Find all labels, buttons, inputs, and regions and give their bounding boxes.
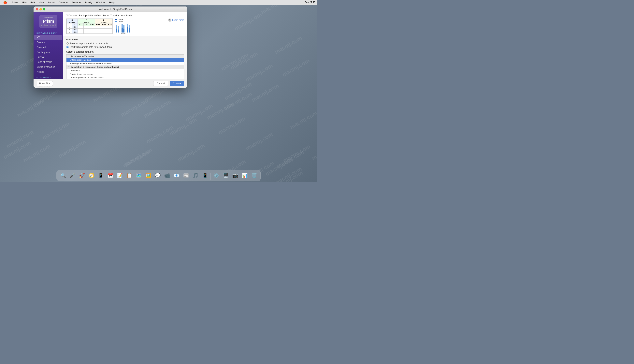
tutorial-list[interactable]: ▼ Error bars in XY tables Entering repli… [66,54,184,79]
prism-tips-button[interactable]: Prism Tips [37,81,53,86]
maximize-button[interactable] [43,8,45,10]
menu-edit[interactable]: Edit [29,0,36,4]
menu-file[interactable]: File [21,0,28,4]
dock-reminders[interactable]: 📋 [125,171,134,180]
dock-photos[interactable]: 🖼️ [144,171,152,180]
category-error-bars-label: Error bars in XY tables [71,55,94,58]
apple-menu[interactable]: 🍎 [2,0,9,5]
dock-messages[interactable]: 💬 [153,171,162,180]
dock-siri[interactable]: 🎤 [68,171,77,180]
logo-graphpad: GraphPad [41,17,56,19]
window-controls [36,8,45,10]
logo-box: GraphPad Prism Version 8.1.0 (221) [39,15,57,28]
svg-rect-5 [118,26,119,32]
close-button[interactable] [36,8,38,10]
cancel-button[interactable]: Cancel [153,81,168,86]
menu-window[interactable]: Window [95,0,107,4]
content-title: XY tables: Each point is defined by an X… [66,14,184,17]
menubar-right: Sun 22:17 [305,1,315,4]
legend-control: Control [115,18,133,20]
svg-rect-13 [129,24,130,32]
chart-preview: Control Treated [115,18,133,34]
radio-option-1-label: Enter or import data into a new table [70,42,108,45]
data-table-section: Data table: Enter or import data into a … [63,36,187,50]
menu-insert[interactable]: Insert [47,0,56,4]
content-header: XY tables: Each point is defined by an X… [63,12,187,36]
sidebar-item-survival[interactable]: Survival [34,55,62,60]
menu-help[interactable]: Help [108,0,116,4]
dock-safari[interactable]: 🧭 [87,171,96,180]
dialog-body: GraphPad Prism Version 8.1.0 (221) NEW T… [34,12,187,79]
sidebar: GraphPad Prism Version 8.1.0 (221) NEW T… [34,12,63,79]
data-table-options: Enter or import data into a new table St… [66,42,184,48]
category-correlation: ▼ Correlation & regression (linear and n… [67,65,184,69]
radio-sample[interactable] [66,46,69,48]
sidebar-item-column[interactable]: Column [34,40,62,45]
category-error-bars: ▼ Error bars in XY tables [67,54,184,58]
menu-prism[interactable]: Prism [10,0,20,4]
tutorial-select-section: Select a tutorial data set: ▼ Error bars… [63,50,187,79]
menu-family[interactable]: Family [83,0,94,4]
tutorial-item-entering-mean[interactable]: Entering mean (or median) and error valu… [67,62,184,65]
dock-finder[interactable]: 🔍 [59,171,67,180]
sidebar-item-parts-of-whole[interactable]: Parts of Whole [34,60,62,64]
sidebar-item-xy[interactable]: XY [34,35,62,40]
tutorial-item-linear-compare[interactable]: Linear regression - Compare slopes [67,76,184,79]
tutorial-item-entering-replicate[interactable]: Entering replicate data [67,58,184,62]
logo-prism: Prism [41,19,56,24]
minimize-button[interactable] [40,8,42,10]
preview-area: XMinutes AControl BTreated X A:Y1 A:Y2 [66,18,184,34]
dock-system-prefs[interactable]: ⚙️ [212,171,221,180]
learn-more-area: ? Learn more [168,18,184,22]
sidebar-item-multiple-variables[interactable]: Multiple variables [34,64,62,69]
tutorial-select-label: Select a tutorial data set: [66,50,184,53]
help-icon[interactable]: ? [168,18,171,22]
menu-view[interactable]: View [37,0,46,4]
learn-more-link[interactable]: Learn more [172,19,184,22]
dock-launchpad[interactable]: 🚀 [78,171,86,180]
dock-contacts[interactable]: 📱 [96,171,105,180]
category-correlation-label: Correlation & regression (linear and non… [71,66,119,68]
footer-buttons: Cancel Create [153,81,184,86]
radio-option-2-label: Start with sample data to follow a tutor… [70,46,112,48]
dock-trash[interactable]: 🗑️ [250,171,258,180]
dock-terminal[interactable]: 🖥️ [221,171,230,180]
radio-enter[interactable] [66,42,69,45]
new-table-section-label: NEW TABLE & GRAPH [34,30,63,35]
welcome-dialog: Welcome to GraphPad Prism GraphPad Prism… [34,6,187,88]
existing-file-section-label: EXISTING FILE [34,74,63,79]
dock-grapher[interactable]: 📊 [240,171,249,180]
create-button[interactable]: Create [170,81,184,86]
logo-version: Version 8.1.0 (221) [41,24,56,26]
dock-screencapture[interactable]: 📷 [231,171,240,180]
dock-appstore[interactable]: 📱 [201,171,209,180]
tutorial-item-simple-linear[interactable]: Simple linear regression [67,72,184,76]
sidebar-item-contingency[interactable]: Contingency [34,50,62,54]
svg-rect-0 [115,19,117,20]
dock-music[interactable]: 🎵 [191,171,200,180]
svg-text:Minutes: Minutes [121,33,126,34]
dock-facetime[interactable]: 📹 [163,171,171,180]
radio-option-2[interactable]: Start with sample data to follow a tutor… [66,46,184,48]
dock-notes[interactable]: 📝 [115,171,124,180]
dock-mail[interactable]: 📧 [172,171,181,180]
menu-arrange[interactable]: Arrange [70,0,82,4]
radio-option-1[interactable]: Enter or import data into a new table [66,42,184,45]
dock-divider [210,173,211,180]
sidebar-item-nested[interactable]: Nested [34,70,62,74]
menubar: 🍎 Prism File Edit View Insert Change Arr… [0,0,317,5]
svg-rect-9 [123,25,124,32]
menu-change[interactable]: Change [57,0,69,4]
dock-calendar[interactable]: 📅 [106,171,115,180]
svg-rect-1 [115,21,117,22]
chart-svg: Minutes [115,23,133,34]
dock-news[interactable]: 📰 [182,171,190,180]
dock-maps[interactable]: 🗺️ [134,171,143,180]
dock: 🔍 🎤 🚀 🧭 📱 📅 📝 📋 🗺️ 🖼️ 💬 📹 📧 📰 🎵 📱 ⚙️ 🖥️ … [56,170,261,181]
svg-rect-12 [127,24,128,32]
sidebar-item-grouped[interactable]: Grouped [34,45,62,50]
legend-treated: Treated [115,20,133,22]
tutorial-item-correlation[interactable]: Correlation [67,69,184,72]
logo-area: GraphPad Prism Version 8.1.0 (221) [34,12,63,30]
dialog-title: Welcome to GraphPad Prism [45,8,185,11]
